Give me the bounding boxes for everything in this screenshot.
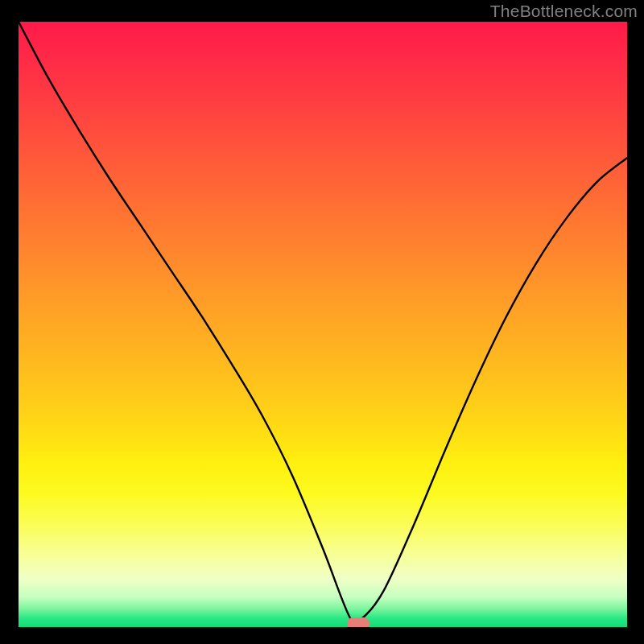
min-marker	[347, 617, 369, 627]
chart-frame: TheBottleneck.com	[0, 0, 644, 644]
watermark-text: TheBottleneck.com	[490, 2, 638, 21]
plot-area	[19, 22, 627, 627]
line-curve	[19, 22, 627, 627]
